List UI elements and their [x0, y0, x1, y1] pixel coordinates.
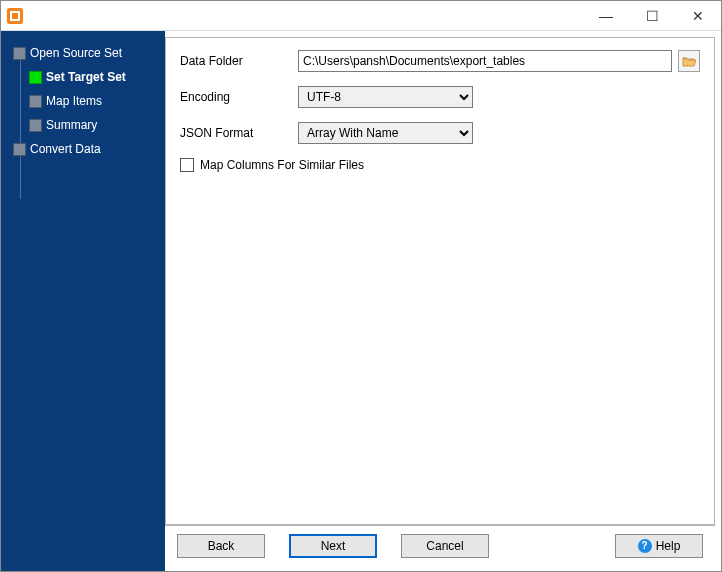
encoding-select[interactable]: UTF-8: [298, 86, 473, 108]
sidebar-item-open-source-set[interactable]: Open Source Set: [1, 41, 165, 65]
sidebar-item-set-target-set[interactable]: Set Target Set: [1, 65, 165, 89]
map-columns-row[interactable]: Map Columns For Similar Files: [180, 158, 700, 172]
titlebar: — ☐ ✕: [1, 1, 721, 31]
button-bar: Back Next Cancel ? Help: [165, 525, 715, 565]
minimize-button[interactable]: —: [583, 1, 629, 31]
close-icon: ✕: [692, 8, 704, 24]
encoding-label: Encoding: [180, 90, 298, 104]
data-folder-input[interactable]: [298, 50, 672, 72]
help-icon: ?: [638, 539, 652, 553]
step-node-icon: [13, 143, 26, 156]
step-node-icon: [29, 119, 42, 132]
step-node-icon: [13, 47, 26, 60]
data-folder-label: Data Folder: [180, 54, 298, 68]
cancel-button[interactable]: Cancel: [401, 534, 489, 558]
sidebar-item-label: Summary: [46, 118, 97, 132]
sidebar-item-label: Map Items: [46, 94, 102, 108]
sidebar-item-label: Convert Data: [30, 142, 101, 156]
step-node-icon: [29, 95, 42, 108]
next-button[interactable]: Next: [289, 534, 377, 558]
help-button[interactable]: ? Help: [615, 534, 703, 558]
map-columns-label: Map Columns For Similar Files: [200, 158, 364, 172]
app-icon: [7, 8, 23, 24]
folder-open-icon: [682, 55, 696, 67]
sidebar-item-convert-data[interactable]: Convert Data: [1, 137, 165, 161]
browse-folder-button[interactable]: [678, 50, 700, 72]
maximize-button[interactable]: ☐: [629, 1, 675, 31]
main-panel: Data Folder Encoding UTF-8: [165, 37, 715, 525]
step-node-icon: [29, 71, 42, 84]
back-button[interactable]: Back: [177, 534, 265, 558]
close-button[interactable]: ✕: [675, 1, 721, 31]
json-format-select[interactable]: Array With Name: [298, 122, 473, 144]
sidebar-item-map-items[interactable]: Map Items: [1, 89, 165, 113]
sidebar-item-summary[interactable]: Summary: [1, 113, 165, 137]
wizard-sidebar: Open Source Set Set Target Set Map Items…: [1, 31, 165, 571]
map-columns-checkbox[interactable]: [180, 158, 194, 172]
sidebar-item-label: Open Source Set: [30, 46, 122, 60]
maximize-icon: ☐: [646, 8, 659, 24]
json-format-label: JSON Format: [180, 126, 298, 140]
minimize-icon: —: [599, 8, 613, 24]
sidebar-item-label: Set Target Set: [46, 70, 126, 84]
